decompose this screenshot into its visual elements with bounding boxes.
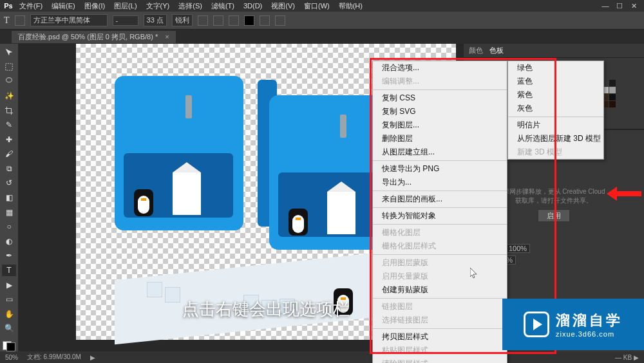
zoom-tool[interactable]: 🔍 — [2, 322, 16, 335]
eyedropper-tool[interactable]: ✎ — [2, 119, 16, 131]
type-tool-indicator: T — [4, 15, 10, 26]
blur-tool[interactable]: ○ — [2, 221, 16, 233]
context-item[interactable]: 来自图层的画板... — [373, 192, 507, 206]
layer-context-menu[interactable]: 混合选项...编辑调整...复制 CSS复制 SVG复制图层...删除图层从图层… — [372, 60, 507, 363]
font-family-select[interactable]: 方正兰亭中黑简体 — [30, 14, 108, 26]
menu-select[interactable]: 选择(S) — [175, 0, 206, 12]
marquee-tool[interactable] — [2, 61, 16, 73]
svg-point-1 — [6, 78, 12, 82]
menubar: Ps 文件(F) 编辑(E) 图像(I) 图层(L) 文字(Y) 选择(S) 滤… — [0, 0, 644, 12]
context-item[interactable]: 删除图层 — [373, 132, 507, 145]
eraser-tool[interactable]: ◧ — [2, 192, 16, 204]
document-tab-bar: 百度经验.psd @ 50% (图层 0 拷贝, RGB/8) * × — [0, 30, 644, 44]
pen-tool[interactable]: ✒ — [2, 250, 16, 262]
context-sub-item: 新建 3D 模型 — [508, 145, 603, 159]
menu-filter[interactable]: 滤镜(T) — [207, 0, 238, 12]
app-logo: Ps — [3, 2, 14, 10]
play-icon — [524, 312, 549, 337]
close-tab-icon[interactable]: × — [165, 33, 169, 41]
options-bar: T 方正兰亭中黑简体 - 33 点 锐利 — [0, 12, 644, 30]
crop-tool[interactable] — [2, 104, 16, 116]
clone-tool[interactable]: ⧉ — [2, 163, 16, 175]
heal-tool[interactable]: ✚ — [2, 133, 16, 145]
window-close-icon[interactable]: ✕ — [630, 2, 638, 10]
context-item: 清除图层样式 — [373, 357, 507, 363]
document-tab-title: 百度经验.psd @ 50% (图层 0 拷贝, RGB/8) * — [18, 33, 158, 41]
context-item: 栅格化图层样式 — [373, 239, 507, 253]
color-swatches[interactable] — [3, 341, 15, 352]
character-panel-icon[interactable] — [275, 15, 285, 26]
context-item[interactable]: 复制 CSS — [373, 91, 507, 105]
dodge-tool[interactable]: ◐ — [2, 236, 16, 248]
context-sub-item[interactable]: 蓝色 — [508, 75, 603, 88]
antialias-select[interactable]: 锐利 — [172, 14, 193, 26]
menu-layer[interactable]: 图层(L) — [110, 0, 140, 12]
context-item[interactable]: 复制图层... — [373, 118, 507, 132]
warp-text-icon[interactable] — [260, 15, 270, 26]
context-item: 编辑调整... — [373, 75, 507, 88]
context-sub-item[interactable]: 明信片 — [508, 118, 603, 132]
swatch-color[interactable] — [609, 101, 616, 107]
align-left-icon[interactable] — [198, 15, 208, 26]
menu-3d[interactable]: 3D(D) — [240, 1, 266, 11]
context-item[interactable]: 复制 SVG — [373, 105, 507, 118]
shape-tool[interactable]: ▭ — [2, 293, 16, 306]
context-item: 选择链接图层 — [373, 313, 507, 327]
context-item[interactable]: 拷贝图层样式 — [373, 330, 507, 344]
cc-enable-button[interactable]: 启用 — [538, 209, 570, 222]
text-color-swatch[interactable] — [244, 15, 254, 26]
menu-edit[interactable]: 编辑(E) — [48, 0, 79, 12]
doc-info[interactable]: 文档: 6.99M/30.0M — [27, 353, 81, 362]
context-item: 启用矢量蒙版 — [373, 270, 507, 283]
font-size-select[interactable]: 33 点 — [144, 14, 167, 26]
annotation-red-arrow — [607, 187, 643, 200]
window-maximize-icon[interactable]: ☐ — [616, 2, 623, 10]
context-item[interactable]: 转换为智能对象 — [373, 209, 507, 223]
context-item: 链接图层 — [373, 300, 507, 313]
watermark-url: zixue.3d66.com — [556, 330, 623, 338]
context-item[interactable]: 混合选项... — [373, 61, 507, 75]
path-select-tool[interactable]: ▶ — [2, 279, 16, 291]
document-tab[interactable]: 百度经验.psd @ 50% (图层 0 拷贝, RGB/8) * × — [12, 31, 176, 43]
history-brush-tool[interactable]: ↺ — [2, 177, 16, 189]
menu-view[interactable]: 视图(V) — [267, 0, 299, 12]
background-swatch[interactable] — [6, 342, 15, 351]
menu-type[interactable]: 文字(Y) — [142, 0, 174, 12]
type-tool[interactable]: T — [2, 265, 16, 277]
text-orient-icon[interactable] — [15, 15, 25, 26]
gradient-tool[interactable]: ▦ — [2, 206, 16, 218]
context-sub-item[interactable]: 灰色 — [508, 102, 603, 115]
context-sub-item[interactable]: 紫色 — [508, 88, 603, 102]
swatch-color[interactable] — [609, 80, 616, 86]
menu-file[interactable]: 文件(F) — [15, 0, 46, 12]
watermark-title: 溜溜自学 — [556, 311, 623, 330]
context-sub-item[interactable]: 从所选图层新建 3D 模型 — [508, 132, 603, 145]
context-item[interactable]: 导出为... — [373, 176, 507, 189]
swatch-color[interactable] — [609, 87, 616, 93]
status-bar: 50% 文档: 6.99M/30.0M ▶ — KB ▶ — [0, 351, 644, 363]
hand-tool[interactable]: ✋ — [2, 308, 16, 320]
context-item: 启用图层蒙版 — [373, 256, 507, 270]
window-minimize-icon[interactable]: — — [601, 2, 609, 10]
wand-tool[interactable]: ✨ — [2, 90, 16, 102]
context-item[interactable]: 快速导出为 PNG — [373, 162, 507, 176]
move-tool[interactable] — [2, 46, 16, 59]
context-sub-item[interactable]: 绿色 — [508, 61, 603, 75]
lasso-tool[interactable] — [2, 75, 16, 88]
context-item: 粘贴图层样式 — [373, 344, 507, 357]
context-item[interactable]: 从图层建立组... — [373, 145, 507, 159]
panel-tab-color[interactable]: 颜色 — [469, 46, 483, 55]
context-item: 栅格化图层 — [373, 226, 507, 239]
swatch-color[interactable] — [609, 94, 616, 100]
context-item[interactable]: 创建剪贴蒙版 — [373, 283, 507, 297]
zoom-level[interactable]: 50% — [5, 354, 18, 361]
align-right-icon[interactable] — [229, 15, 239, 26]
menu-help[interactable]: 帮助(H) — [335, 0, 366, 12]
menu-window[interactable]: 窗口(W) — [300, 0, 334, 12]
align-center-icon[interactable] — [213, 15, 223, 26]
font-style-select[interactable]: - — [113, 15, 138, 26]
menu-image[interactable]: 图像(I) — [80, 0, 109, 12]
layer-context-submenu[interactable]: 绿色蓝色紫色灰色明信片从所选图层新建 3D 模型新建 3D 模型 — [507, 60, 604, 160]
panel-tab-swatches[interactable]: 色板 — [489, 46, 504, 55]
brush-tool[interactable]: 🖌 — [2, 148, 16, 160]
